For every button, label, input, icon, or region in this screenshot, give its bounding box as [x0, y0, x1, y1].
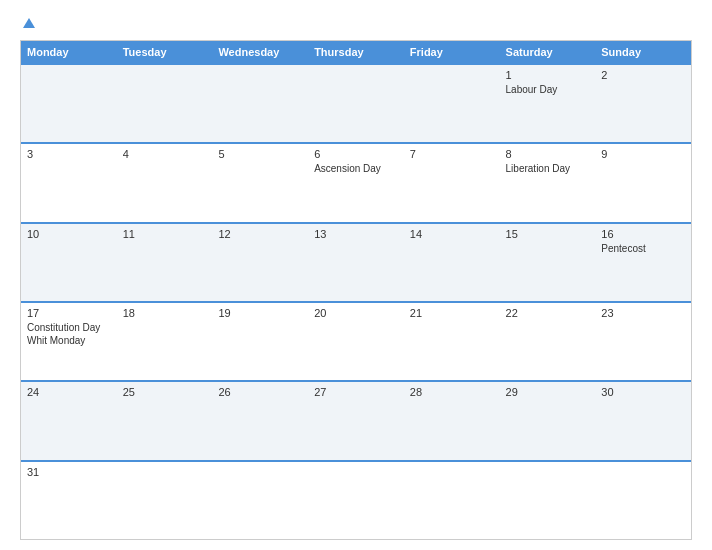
- day-number: 5: [218, 148, 302, 160]
- calendar-week-3: 10111213141516Pentecost: [21, 222, 691, 301]
- calendar-cell: 1Labour Day: [500, 65, 596, 142]
- page-header: [20, 18, 692, 28]
- calendar-cell: 7: [404, 144, 500, 221]
- calendar-week-5: 24252627282930: [21, 380, 691, 459]
- calendar-cell: 5: [212, 144, 308, 221]
- calendar-body: 1Labour Day23456Ascension Day78Liberatio…: [21, 63, 691, 539]
- calendar-cell: 29: [500, 382, 596, 459]
- day-number: 8: [506, 148, 590, 160]
- calendar-cell: 9: [595, 144, 691, 221]
- header-cell-tuesday: Tuesday: [117, 41, 213, 63]
- calendar-week-6: 31: [21, 460, 691, 539]
- calendar-week-4: 17Constitution DayWhit Monday18192021222…: [21, 301, 691, 380]
- event-label: Constitution Day: [27, 321, 111, 334]
- calendar-cell: 25: [117, 382, 213, 459]
- day-number: 27: [314, 386, 398, 398]
- calendar-cell: [212, 462, 308, 539]
- day-number: 15: [506, 228, 590, 240]
- day-number: 30: [601, 386, 685, 398]
- calendar-header-row: MondayTuesdayWednesdayThursdayFridaySatu…: [21, 41, 691, 63]
- day-number: 31: [27, 466, 111, 478]
- calendar-cell: 6Ascension Day: [308, 144, 404, 221]
- calendar-cell: 8Liberation Day: [500, 144, 596, 221]
- calendar-cell: 27: [308, 382, 404, 459]
- calendar-week-1: 1Labour Day2: [21, 63, 691, 142]
- calendar-cell: 15: [500, 224, 596, 301]
- calendar-cell: [500, 462, 596, 539]
- calendar-grid: MondayTuesdayWednesdayThursdayFridaySatu…: [20, 40, 692, 540]
- day-number: 23: [601, 307, 685, 319]
- calendar-cell: 10: [21, 224, 117, 301]
- event-label: Pentecost: [601, 242, 685, 255]
- calendar-cell: 16Pentecost: [595, 224, 691, 301]
- event-label: Ascension Day: [314, 162, 398, 175]
- calendar-cell: 11: [117, 224, 213, 301]
- day-number: 10: [27, 228, 111, 240]
- logo: [20, 18, 35, 28]
- day-number: 14: [410, 228, 494, 240]
- day-number: 29: [506, 386, 590, 398]
- header-cell-thursday: Thursday: [308, 41, 404, 63]
- day-number: 3: [27, 148, 111, 160]
- calendar-cell: 28: [404, 382, 500, 459]
- calendar-week-2: 3456Ascension Day78Liberation Day9: [21, 142, 691, 221]
- calendar-cell: [404, 65, 500, 142]
- event-label: Whit Monday: [27, 334, 111, 347]
- day-number: 4: [123, 148, 207, 160]
- calendar-cell: [404, 462, 500, 539]
- logo-triangle-icon: [23, 18, 35, 28]
- calendar-cell: 23: [595, 303, 691, 380]
- day-number: 6: [314, 148, 398, 160]
- calendar-cell: 2: [595, 65, 691, 142]
- day-number: 7: [410, 148, 494, 160]
- day-number: 19: [218, 307, 302, 319]
- calendar-cell: 21: [404, 303, 500, 380]
- event-label: Liberation Day: [506, 162, 590, 175]
- day-number: 2: [601, 69, 685, 81]
- event-label: Labour Day: [506, 83, 590, 96]
- calendar-cell: [308, 65, 404, 142]
- day-number: 24: [27, 386, 111, 398]
- calendar-cell: 13: [308, 224, 404, 301]
- day-number: 18: [123, 307, 207, 319]
- header-cell-monday: Monday: [21, 41, 117, 63]
- calendar-cell: [21, 65, 117, 142]
- calendar-cell: 17Constitution DayWhit Monday: [21, 303, 117, 380]
- calendar-cell: 26: [212, 382, 308, 459]
- calendar-cell: 3: [21, 144, 117, 221]
- day-number: 13: [314, 228, 398, 240]
- day-number: 1: [506, 69, 590, 81]
- calendar-cell: 30: [595, 382, 691, 459]
- calendar-cell: 24: [21, 382, 117, 459]
- header-cell-wednesday: Wednesday: [212, 41, 308, 63]
- day-number: 20: [314, 307, 398, 319]
- day-number: 21: [410, 307, 494, 319]
- header-cell-saturday: Saturday: [500, 41, 596, 63]
- day-number: 9: [601, 148, 685, 160]
- calendar-cell: 22: [500, 303, 596, 380]
- calendar-cell: 31: [21, 462, 117, 539]
- calendar-cell: 18: [117, 303, 213, 380]
- day-number: 22: [506, 307, 590, 319]
- calendar-cell: 20: [308, 303, 404, 380]
- calendar-cell: 4: [117, 144, 213, 221]
- calendar-cell: 12: [212, 224, 308, 301]
- calendar-cell: [117, 65, 213, 142]
- day-number: 11: [123, 228, 207, 240]
- calendar-cell: 14: [404, 224, 500, 301]
- calendar-page: MondayTuesdayWednesdayThursdayFridaySatu…: [0, 0, 712, 550]
- header-cell-friday: Friday: [404, 41, 500, 63]
- day-number: 25: [123, 386, 207, 398]
- day-number: 16: [601, 228, 685, 240]
- header-cell-sunday: Sunday: [595, 41, 691, 63]
- day-number: 26: [218, 386, 302, 398]
- day-number: 12: [218, 228, 302, 240]
- calendar-cell: [117, 462, 213, 539]
- calendar-cell: [308, 462, 404, 539]
- calendar-cell: 19: [212, 303, 308, 380]
- day-number: 17: [27, 307, 111, 319]
- day-number: 28: [410, 386, 494, 398]
- calendar-cell: [212, 65, 308, 142]
- calendar-cell: [595, 462, 691, 539]
